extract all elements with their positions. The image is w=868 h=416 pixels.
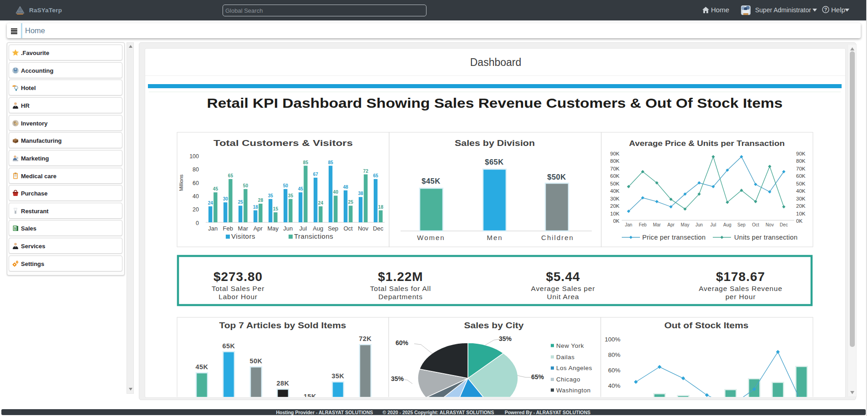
svg-text:85: 85 — [303, 160, 309, 165]
svg-text:60K: 60K — [610, 173, 620, 179]
svg-text:70K: 70K — [610, 166, 620, 171]
svg-text:35%: 35% — [391, 375, 404, 382]
svg-text:Jun: Jun — [695, 222, 703, 227]
svg-text:Oct: Oct — [752, 222, 759, 227]
svg-text:10K: 10K — [610, 211, 620, 216]
svg-text:Chicago: Chicago — [556, 376, 580, 383]
svg-text:0: 0 — [196, 220, 199, 226]
svg-text:?: ? — [824, 7, 827, 12]
svg-text:Nov: Nov — [766, 222, 774, 227]
svg-text:18: 18 — [253, 205, 259, 210]
svg-text:18: 18 — [378, 205, 384, 210]
svg-text:24: 24 — [208, 200, 213, 205]
svg-text:65: 65 — [373, 173, 379, 178]
svg-text:40: 40 — [333, 190, 339, 195]
svg-text:Departments: Departments — [378, 293, 423, 301]
svg-text:Oct: Oct — [344, 225, 353, 232]
svg-text:May: May — [268, 225, 279, 232]
svg-text:35: 35 — [268, 193, 274, 198]
svg-text:$: $ — [14, 227, 16, 231]
svg-text:Feb: Feb — [639, 222, 647, 227]
svg-text:25: 25 — [238, 200, 244, 205]
svg-text:65: 65 — [228, 173, 233, 178]
svg-text:$50K: $50K — [547, 173, 566, 181]
svg-text:100: 100 — [189, 153, 199, 160]
svg-text:Retail KPI Dashboard Showing S: Retail KPI Dashboard Showing Sales Reven… — [207, 95, 783, 110]
svg-text:45K: 45K — [195, 363, 208, 371]
svg-text:30K: 30K — [610, 196, 620, 201]
svg-text:Nov: Nov — [358, 225, 369, 232]
svg-text:35: 35 — [288, 193, 294, 198]
svg-text:15K: 15K — [304, 393, 316, 397]
svg-text:$1.22M: $1.22M — [378, 270, 423, 284]
svg-text:Mar: Mar — [238, 225, 249, 232]
svg-text:60: 60 — [193, 180, 199, 186]
svg-text:80%: 80% — [608, 351, 620, 358]
svg-text:Dec: Dec — [373, 225, 384, 232]
svg-text:65%: 65% — [531, 373, 544, 381]
svg-text:Jan: Jan — [625, 222, 632, 227]
svg-text:50K: 50K — [796, 181, 806, 186]
svg-text:$65K: $65K — [485, 158, 503, 166]
svg-text:28K: 28K — [276, 380, 289, 387]
svg-text:Average Sales per: Average Sales per — [531, 285, 595, 292]
svg-text:80: 80 — [193, 166, 199, 173]
svg-text:Visitors: Visitors — [231, 232, 255, 240]
svg-text:20K: 20K — [796, 203, 806, 209]
svg-text:Millions: Millions — [178, 174, 184, 191]
svg-text:85: 85 — [328, 160, 334, 165]
svg-text:65K: 65K — [222, 342, 235, 350]
svg-text:Price per transection: Price per transection — [642, 234, 706, 241]
svg-text:Washington: Washington — [556, 387, 591, 394]
svg-text:Out of Stock Items: Out of Stock Items — [665, 321, 749, 330]
svg-text:per Hour: per Hour — [726, 293, 756, 301]
svg-text:Total Sales Per: Total Sales Per — [212, 285, 264, 292]
svg-text:Dec: Dec — [780, 222, 788, 227]
svg-text:50K: 50K — [249, 357, 262, 365]
svg-text:$5.44: $5.44 — [546, 270, 580, 284]
svg-text:Average Sales Revenue: Average Sales Revenue — [699, 285, 782, 292]
svg-text:10K: 10K — [796, 211, 806, 216]
svg-text:Women: Women — [417, 234, 445, 241]
svg-text:Sales by Division: Sales by Division — [455, 139, 535, 148]
svg-text:25: 25 — [348, 200, 354, 205]
svg-text:60K: 60K — [796, 173, 806, 179]
svg-text:50: 50 — [283, 183, 289, 188]
svg-text:Apr: Apr — [254, 225, 263, 232]
svg-text:Los Angeles: Los Angeles — [556, 365, 592, 371]
svg-text:Total Customers & Visitors: Total Customers & Visitors — [213, 139, 353, 148]
svg-text:30K: 30K — [796, 196, 806, 201]
svg-text:45: 45 — [298, 186, 304, 191]
svg-text:Feb: Feb — [223, 225, 233, 232]
svg-text:Aug: Aug — [723, 222, 731, 227]
svg-text:60%: 60% — [396, 339, 409, 346]
svg-text:40K: 40K — [610, 188, 620, 194]
svg-text:0K: 0K — [613, 218, 619, 224]
svg-text:Dailas: Dailas — [556, 354, 575, 361]
svg-text:Unit Area: Unit Area — [547, 293, 579, 301]
svg-text:Jul: Jul — [299, 225, 307, 232]
svg-text:80K: 80K — [610, 158, 620, 164]
svg-text:Jan: Jan — [208, 225, 218, 232]
svg-text:35K: 35K — [331, 372, 344, 380]
svg-text:80K: 80K — [796, 158, 806, 164]
svg-text:70K: 70K — [796, 166, 806, 171]
svg-text:Apr: Apr — [667, 222, 675, 227]
svg-text:$178.67: $178.67 — [716, 270, 765, 284]
svg-text:28: 28 — [258, 198, 264, 203]
svg-text:35%: 35% — [499, 335, 512, 342]
svg-text:72K: 72K — [359, 335, 371, 342]
svg-text:40: 40 — [193, 193, 199, 200]
svg-text:72: 72 — [363, 169, 369, 174]
svg-text:Sep: Sep — [737, 222, 746, 227]
svg-text:48: 48 — [343, 185, 349, 190]
svg-text:50: 50 — [243, 183, 249, 188]
svg-text:Sales by City: Sales by City — [464, 321, 524, 330]
svg-text:Sep: Sep — [328, 225, 338, 232]
svg-text:0K: 0K — [796, 218, 802, 224]
svg-text:Transictions: Transictions — [294, 232, 333, 240]
svg-text:Top 7 Articles by Sold Items: Top 7 Articles by Sold Items — [219, 321, 346, 330]
svg-text:24: 24 — [318, 200, 324, 205]
svg-text:Jun: Jun — [283, 225, 293, 232]
svg-text:45: 45 — [213, 186, 218, 191]
